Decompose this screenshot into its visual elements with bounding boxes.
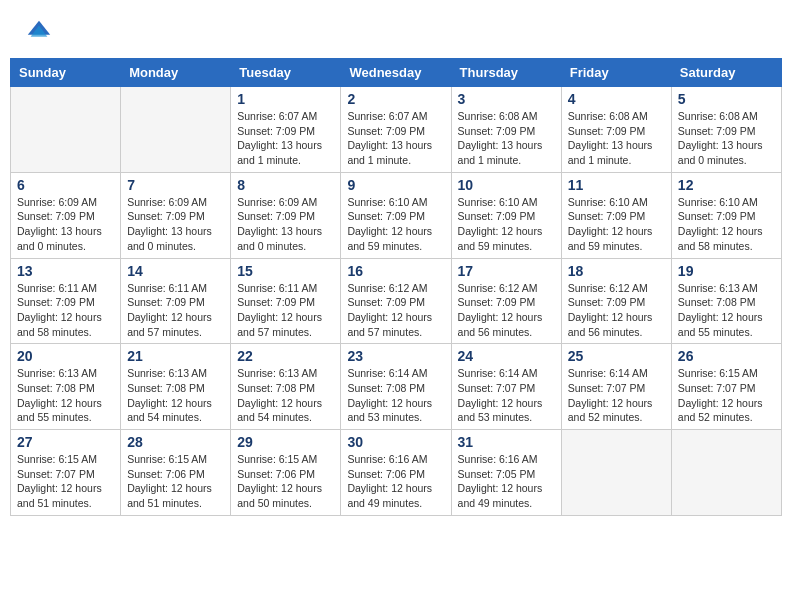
day-info: Sunrise: 6:07 AM Sunset: 7:09 PM Dayligh…	[237, 109, 334, 168]
day-info: Sunrise: 6:15 AM Sunset: 7:06 PM Dayligh…	[127, 452, 224, 511]
day-number: 18	[568, 263, 665, 279]
day-info: Sunrise: 6:12 AM Sunset: 7:09 PM Dayligh…	[458, 281, 555, 340]
day-info: Sunrise: 6:14 AM Sunset: 7:07 PM Dayligh…	[458, 366, 555, 425]
calendar-cell: 22Sunrise: 6:13 AM Sunset: 7:08 PM Dayli…	[231, 344, 341, 430]
calendar-cell: 19Sunrise: 6:13 AM Sunset: 7:08 PM Dayli…	[671, 258, 781, 344]
day-info: Sunrise: 6:10 AM Sunset: 7:09 PM Dayligh…	[568, 195, 665, 254]
day-number: 5	[678, 91, 775, 107]
day-number: 20	[17, 348, 114, 364]
weekday-header-monday: Monday	[121, 59, 231, 87]
calendar-cell: 2Sunrise: 6:07 AM Sunset: 7:09 PM Daylig…	[341, 87, 451, 173]
day-number: 23	[347, 348, 444, 364]
calendar-cell: 24Sunrise: 6:14 AM Sunset: 7:07 PM Dayli…	[451, 344, 561, 430]
day-info: Sunrise: 6:15 AM Sunset: 7:06 PM Dayligh…	[237, 452, 334, 511]
day-number: 22	[237, 348, 334, 364]
day-number: 13	[17, 263, 114, 279]
calendar-cell: 18Sunrise: 6:12 AM Sunset: 7:09 PM Dayli…	[561, 258, 671, 344]
day-info: Sunrise: 6:12 AM Sunset: 7:09 PM Dayligh…	[568, 281, 665, 340]
weekday-header-tuesday: Tuesday	[231, 59, 341, 87]
calendar-cell: 7Sunrise: 6:09 AM Sunset: 7:09 PM Daylig…	[121, 172, 231, 258]
day-info: Sunrise: 6:10 AM Sunset: 7:09 PM Dayligh…	[458, 195, 555, 254]
weekday-header-row: SundayMondayTuesdayWednesdayThursdayFrid…	[11, 59, 782, 87]
day-info: Sunrise: 6:14 AM Sunset: 7:08 PM Dayligh…	[347, 366, 444, 425]
day-info: Sunrise: 6:10 AM Sunset: 7:09 PM Dayligh…	[347, 195, 444, 254]
calendar-cell: 31Sunrise: 6:16 AM Sunset: 7:05 PM Dayli…	[451, 430, 561, 516]
weekday-header-saturday: Saturday	[671, 59, 781, 87]
page-header	[10, 10, 782, 53]
calendar-cell: 13Sunrise: 6:11 AM Sunset: 7:09 PM Dayli…	[11, 258, 121, 344]
day-number: 26	[678, 348, 775, 364]
day-info: Sunrise: 6:15 AM Sunset: 7:07 PM Dayligh…	[17, 452, 114, 511]
day-number: 17	[458, 263, 555, 279]
day-number: 19	[678, 263, 775, 279]
day-number: 11	[568, 177, 665, 193]
logo-icon	[25, 18, 53, 46]
calendar-week-row: 1Sunrise: 6:07 AM Sunset: 7:09 PM Daylig…	[11, 87, 782, 173]
day-number: 2	[347, 91, 444, 107]
calendar-cell: 4Sunrise: 6:08 AM Sunset: 7:09 PM Daylig…	[561, 87, 671, 173]
calendar-cell: 20Sunrise: 6:13 AM Sunset: 7:08 PM Dayli…	[11, 344, 121, 430]
day-number: 8	[237, 177, 334, 193]
day-info: Sunrise: 6:12 AM Sunset: 7:09 PM Dayligh…	[347, 281, 444, 340]
weekday-header-sunday: Sunday	[11, 59, 121, 87]
calendar-cell: 28Sunrise: 6:15 AM Sunset: 7:06 PM Dayli…	[121, 430, 231, 516]
calendar-cell	[121, 87, 231, 173]
day-number: 28	[127, 434, 224, 450]
day-info: Sunrise: 6:15 AM Sunset: 7:07 PM Dayligh…	[678, 366, 775, 425]
day-info: Sunrise: 6:08 AM Sunset: 7:09 PM Dayligh…	[568, 109, 665, 168]
calendar-cell: 17Sunrise: 6:12 AM Sunset: 7:09 PM Dayli…	[451, 258, 561, 344]
calendar-cell: 5Sunrise: 6:08 AM Sunset: 7:09 PM Daylig…	[671, 87, 781, 173]
calendar-cell	[671, 430, 781, 516]
calendar-cell: 3Sunrise: 6:08 AM Sunset: 7:09 PM Daylig…	[451, 87, 561, 173]
day-number: 31	[458, 434, 555, 450]
day-info: Sunrise: 6:14 AM Sunset: 7:07 PM Dayligh…	[568, 366, 665, 425]
day-info: Sunrise: 6:11 AM Sunset: 7:09 PM Dayligh…	[17, 281, 114, 340]
day-info: Sunrise: 6:08 AM Sunset: 7:09 PM Dayligh…	[458, 109, 555, 168]
calendar-cell: 15Sunrise: 6:11 AM Sunset: 7:09 PM Dayli…	[231, 258, 341, 344]
day-number: 15	[237, 263, 334, 279]
weekday-header-wednesday: Wednesday	[341, 59, 451, 87]
calendar-cell: 8Sunrise: 6:09 AM Sunset: 7:09 PM Daylig…	[231, 172, 341, 258]
day-number: 16	[347, 263, 444, 279]
day-info: Sunrise: 6:16 AM Sunset: 7:06 PM Dayligh…	[347, 452, 444, 511]
calendar-week-row: 20Sunrise: 6:13 AM Sunset: 7:08 PM Dayli…	[11, 344, 782, 430]
day-info: Sunrise: 6:13 AM Sunset: 7:08 PM Dayligh…	[17, 366, 114, 425]
calendar-week-row: 13Sunrise: 6:11 AM Sunset: 7:09 PM Dayli…	[11, 258, 782, 344]
calendar-table: SundayMondayTuesdayWednesdayThursdayFrid…	[10, 58, 782, 516]
day-info: Sunrise: 6:13 AM Sunset: 7:08 PM Dayligh…	[237, 366, 334, 425]
day-number: 24	[458, 348, 555, 364]
calendar-cell: 26Sunrise: 6:15 AM Sunset: 7:07 PM Dayli…	[671, 344, 781, 430]
day-number: 6	[17, 177, 114, 193]
calendar-cell: 6Sunrise: 6:09 AM Sunset: 7:09 PM Daylig…	[11, 172, 121, 258]
calendar-cell: 1Sunrise: 6:07 AM Sunset: 7:09 PM Daylig…	[231, 87, 341, 173]
calendar-cell: 29Sunrise: 6:15 AM Sunset: 7:06 PM Dayli…	[231, 430, 341, 516]
calendar-cell: 10Sunrise: 6:10 AM Sunset: 7:09 PM Dayli…	[451, 172, 561, 258]
day-number: 3	[458, 91, 555, 107]
day-info: Sunrise: 6:10 AM Sunset: 7:09 PM Dayligh…	[678, 195, 775, 254]
day-info: Sunrise: 6:13 AM Sunset: 7:08 PM Dayligh…	[127, 366, 224, 425]
day-number: 27	[17, 434, 114, 450]
day-number: 14	[127, 263, 224, 279]
day-number: 30	[347, 434, 444, 450]
weekday-header-friday: Friday	[561, 59, 671, 87]
day-info: Sunrise: 6:11 AM Sunset: 7:09 PM Dayligh…	[127, 281, 224, 340]
day-info: Sunrise: 6:11 AM Sunset: 7:09 PM Dayligh…	[237, 281, 334, 340]
calendar-cell: 25Sunrise: 6:14 AM Sunset: 7:07 PM Dayli…	[561, 344, 671, 430]
day-info: Sunrise: 6:09 AM Sunset: 7:09 PM Dayligh…	[127, 195, 224, 254]
day-number: 1	[237, 91, 334, 107]
day-number: 21	[127, 348, 224, 364]
day-number: 29	[237, 434, 334, 450]
day-number: 9	[347, 177, 444, 193]
calendar-week-row: 6Sunrise: 6:09 AM Sunset: 7:09 PM Daylig…	[11, 172, 782, 258]
calendar-cell: 23Sunrise: 6:14 AM Sunset: 7:08 PM Dayli…	[341, 344, 451, 430]
day-number: 4	[568, 91, 665, 107]
calendar-cell: 30Sunrise: 6:16 AM Sunset: 7:06 PM Dayli…	[341, 430, 451, 516]
logo	[25, 20, 55, 48]
calendar-cell: 21Sunrise: 6:13 AM Sunset: 7:08 PM Dayli…	[121, 344, 231, 430]
calendar-cell: 14Sunrise: 6:11 AM Sunset: 7:09 PM Dayli…	[121, 258, 231, 344]
calendar-week-row: 27Sunrise: 6:15 AM Sunset: 7:07 PM Dayli…	[11, 430, 782, 516]
day-number: 10	[458, 177, 555, 193]
day-info: Sunrise: 6:09 AM Sunset: 7:09 PM Dayligh…	[17, 195, 114, 254]
calendar-cell	[561, 430, 671, 516]
day-info: Sunrise: 6:13 AM Sunset: 7:08 PM Dayligh…	[678, 281, 775, 340]
